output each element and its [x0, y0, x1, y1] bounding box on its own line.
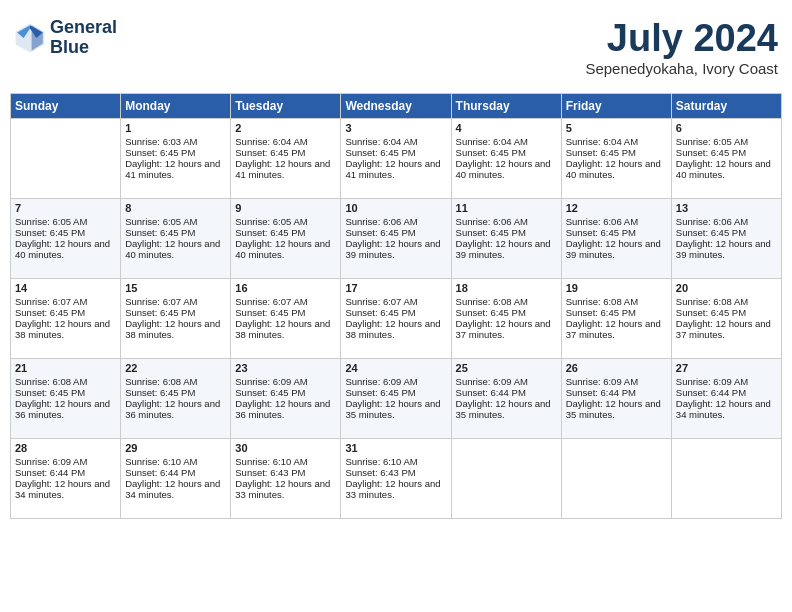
daylight-text: Daylight: 12 hours and 35 minutes. [345, 398, 446, 420]
daylight-text: Daylight: 12 hours and 40 minutes. [125, 238, 226, 260]
daylight-text: Daylight: 12 hours and 38 minutes. [125, 318, 226, 340]
calendar-cell: 3Sunrise: 6:04 AMSunset: 6:45 PMDaylight… [341, 118, 451, 198]
sunrise-text: Sunrise: 6:09 AM [676, 376, 777, 387]
sunrise-text: Sunrise: 6:06 AM [345, 216, 446, 227]
weekday-header-thursday: Thursday [451, 93, 561, 118]
sunset-text: Sunset: 6:44 PM [676, 387, 777, 398]
sunset-text: Sunset: 6:45 PM [566, 227, 667, 238]
day-number: 30 [235, 442, 336, 454]
calendar-cell: 16Sunrise: 6:07 AMSunset: 6:45 PMDayligh… [231, 278, 341, 358]
title-block: July 2024 Sepenedyokaha, Ivory Coast [585, 18, 778, 77]
sunrise-text: Sunrise: 6:03 AM [125, 136, 226, 147]
day-number: 2 [235, 122, 336, 134]
sunrise-text: Sunrise: 6:05 AM [125, 216, 226, 227]
calendar-cell: 26Sunrise: 6:09 AMSunset: 6:44 PMDayligh… [561, 358, 671, 438]
sunset-text: Sunset: 6:43 PM [235, 467, 336, 478]
week-row-1: 1Sunrise: 6:03 AMSunset: 6:45 PMDaylight… [11, 118, 782, 198]
day-number: 21 [15, 362, 116, 374]
sunset-text: Sunset: 6:45 PM [676, 227, 777, 238]
sunrise-text: Sunrise: 6:08 AM [125, 376, 226, 387]
logo-line2: Blue [50, 37, 89, 57]
calendar-cell: 1Sunrise: 6:03 AMSunset: 6:45 PMDaylight… [121, 118, 231, 198]
calendar-cell: 22Sunrise: 6:08 AMSunset: 6:45 PMDayligh… [121, 358, 231, 438]
week-row-5: 28Sunrise: 6:09 AMSunset: 6:44 PMDayligh… [11, 438, 782, 518]
calendar-cell: 2Sunrise: 6:04 AMSunset: 6:45 PMDaylight… [231, 118, 341, 198]
day-number: 20 [676, 282, 777, 294]
day-number: 27 [676, 362, 777, 374]
sunset-text: Sunset: 6:43 PM [345, 467, 446, 478]
sunrise-text: Sunrise: 6:07 AM [235, 296, 336, 307]
sunset-text: Sunset: 6:45 PM [235, 307, 336, 318]
sunset-text: Sunset: 6:45 PM [235, 147, 336, 158]
day-number: 24 [345, 362, 446, 374]
daylight-text: Daylight: 12 hours and 40 minutes. [15, 238, 116, 260]
day-number: 19 [566, 282, 667, 294]
weekday-header-monday: Monday [121, 93, 231, 118]
day-number: 31 [345, 442, 446, 454]
sunset-text: Sunset: 6:45 PM [345, 387, 446, 398]
day-number: 15 [125, 282, 226, 294]
day-number: 29 [125, 442, 226, 454]
sunrise-text: Sunrise: 6:07 AM [125, 296, 226, 307]
day-number: 22 [125, 362, 226, 374]
location: Sepenedyokaha, Ivory Coast [585, 60, 778, 77]
daylight-text: Daylight: 12 hours and 39 minutes. [566, 238, 667, 260]
daylight-text: Daylight: 12 hours and 39 minutes. [456, 238, 557, 260]
day-number: 26 [566, 362, 667, 374]
calendar-body: 1Sunrise: 6:03 AMSunset: 6:45 PMDaylight… [11, 118, 782, 518]
day-number: 25 [456, 362, 557, 374]
sunset-text: Sunset: 6:45 PM [125, 147, 226, 158]
day-number: 14 [15, 282, 116, 294]
daylight-text: Daylight: 12 hours and 34 minutes. [15, 478, 116, 500]
calendar-table: SundayMondayTuesdayWednesdayThursdayFrid… [10, 93, 782, 519]
day-number: 4 [456, 122, 557, 134]
day-number: 17 [345, 282, 446, 294]
calendar-cell: 23Sunrise: 6:09 AMSunset: 6:45 PMDayligh… [231, 358, 341, 438]
sunrise-text: Sunrise: 6:10 AM [125, 456, 226, 467]
calendar-cell: 20Sunrise: 6:08 AMSunset: 6:45 PMDayligh… [671, 278, 781, 358]
day-number: 28 [15, 442, 116, 454]
daylight-text: Daylight: 12 hours and 34 minutes. [125, 478, 226, 500]
sunrise-text: Sunrise: 6:07 AM [15, 296, 116, 307]
daylight-text: Daylight: 12 hours and 35 minutes. [566, 398, 667, 420]
day-number: 10 [345, 202, 446, 214]
day-number: 11 [456, 202, 557, 214]
daylight-text: Daylight: 12 hours and 36 minutes. [15, 398, 116, 420]
calendar-cell: 14Sunrise: 6:07 AMSunset: 6:45 PMDayligh… [11, 278, 121, 358]
sunrise-text: Sunrise: 6:10 AM [345, 456, 446, 467]
day-number: 5 [566, 122, 667, 134]
calendar-cell: 21Sunrise: 6:08 AMSunset: 6:45 PMDayligh… [11, 358, 121, 438]
sunset-text: Sunset: 6:45 PM [15, 387, 116, 398]
sunset-text: Sunset: 6:44 PM [15, 467, 116, 478]
day-number: 9 [235, 202, 336, 214]
sunrise-text: Sunrise: 6:07 AM [345, 296, 446, 307]
sunrise-text: Sunrise: 6:09 AM [566, 376, 667, 387]
sunrise-text: Sunrise: 6:05 AM [676, 136, 777, 147]
weekday-header-wednesday: Wednesday [341, 93, 451, 118]
sunset-text: Sunset: 6:45 PM [566, 147, 667, 158]
calendar-cell [561, 438, 671, 518]
sunrise-text: Sunrise: 6:04 AM [345, 136, 446, 147]
day-number: 7 [15, 202, 116, 214]
daylight-text: Daylight: 12 hours and 38 minutes. [345, 318, 446, 340]
weekday-header-saturday: Saturday [671, 93, 781, 118]
calendar-cell: 7Sunrise: 6:05 AMSunset: 6:45 PMDaylight… [11, 198, 121, 278]
sunrise-text: Sunrise: 6:08 AM [15, 376, 116, 387]
day-number: 13 [676, 202, 777, 214]
sunrise-text: Sunrise: 6:10 AM [235, 456, 336, 467]
sunset-text: Sunset: 6:45 PM [345, 227, 446, 238]
sunset-text: Sunset: 6:44 PM [125, 467, 226, 478]
daylight-text: Daylight: 12 hours and 40 minutes. [566, 158, 667, 180]
sunrise-text: Sunrise: 6:04 AM [566, 136, 667, 147]
sunset-text: Sunset: 6:45 PM [235, 387, 336, 398]
weekday-header-sunday: Sunday [11, 93, 121, 118]
day-number: 16 [235, 282, 336, 294]
sunset-text: Sunset: 6:45 PM [15, 227, 116, 238]
daylight-text: Daylight: 12 hours and 40 minutes. [456, 158, 557, 180]
sunset-text: Sunset: 6:45 PM [15, 307, 116, 318]
sunrise-text: Sunrise: 6:08 AM [566, 296, 667, 307]
calendar-cell: 19Sunrise: 6:08 AMSunset: 6:45 PMDayligh… [561, 278, 671, 358]
sunset-text: Sunset: 6:45 PM [125, 227, 226, 238]
daylight-text: Daylight: 12 hours and 37 minutes. [566, 318, 667, 340]
daylight-text: Daylight: 12 hours and 38 minutes. [15, 318, 116, 340]
